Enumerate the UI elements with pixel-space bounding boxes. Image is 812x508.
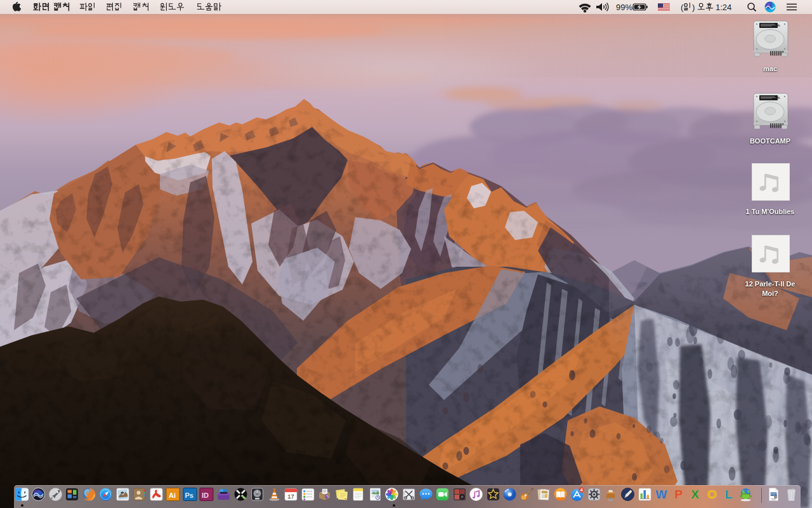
svg-text:1:24: 1:24 <box>716 3 731 12</box>
svg-text:ID: ID <box>202 491 209 499</box>
svg-text:P: P <box>674 488 683 501</box>
svg-text:L: L <box>725 488 733 501</box>
svg-text:17: 17 <box>287 493 294 500</box>
svg-text:99%: 99% <box>616 3 632 12</box>
svg-text:Ai: Ai <box>169 491 176 499</box>
svg-text:O: O <box>707 488 717 501</box>
svg-text:W: W <box>656 488 667 501</box>
svg-text:Ps: Ps <box>185 491 193 499</box>
svg-text:(: ( <box>681 3 684 12</box>
svg-text:): ) <box>692 3 695 12</box>
svg-text:X: X <box>691 488 699 501</box>
